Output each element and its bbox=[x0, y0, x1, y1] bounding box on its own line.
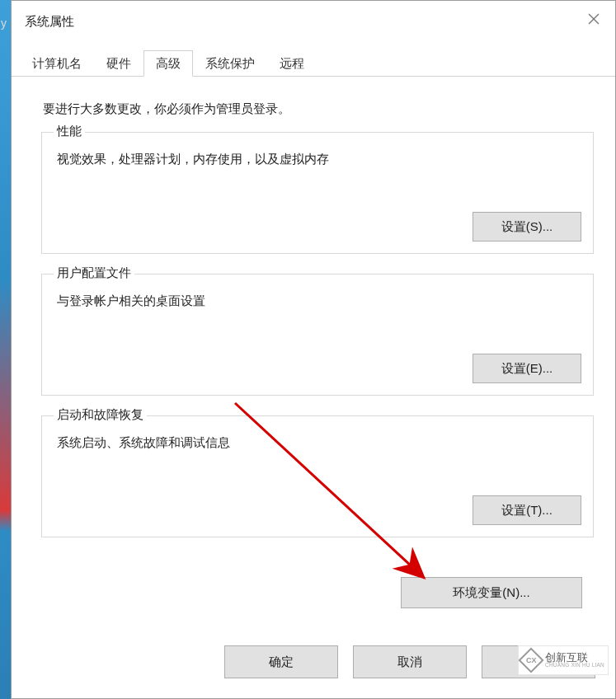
user-profiles-settings-button[interactable]: 设置(E)... bbox=[473, 354, 581, 383]
group-user-profiles: 用户配置文件 与登录帐户相关的桌面设置 设置(E)... bbox=[41, 274, 594, 396]
tab-content-advanced: 要进行大多数更改，你必须作为管理员登录。 性能 视觉效果，处理器计划，内存使用，… bbox=[12, 77, 615, 608]
tab-remote[interactable]: 远程 bbox=[267, 50, 317, 76]
startup-recovery-settings-button[interactable]: 设置(T)... bbox=[473, 495, 581, 525]
titlebar: 系统属性 bbox=[12, 1, 615, 44]
close-button[interactable] bbox=[579, 7, 609, 30]
tab-strip: 计算机名 硬件 高级 系统保护 远程 bbox=[12, 50, 615, 77]
watermark-icon: CX bbox=[519, 647, 544, 673]
group-user-profiles-title: 用户配置文件 bbox=[54, 265, 134, 281]
performance-settings-button[interactable]: 设置(S)... bbox=[473, 212, 581, 242]
cancel-button[interactable]: 取消 bbox=[353, 645, 467, 678]
desktop-edge: y bbox=[0, 0, 11, 699]
tab-system-protection[interactable]: 系统保护 bbox=[193, 50, 267, 76]
group-performance: 性能 视觉效果，处理器计划，内存使用，以及虚拟内存 设置(S)... bbox=[41, 132, 594, 254]
group-startup-recovery: 启动和故障恢复 系统启动、系统故障和调试信息 设置(T)... bbox=[41, 415, 594, 537]
background-window-fragment: y bbox=[1, 16, 7, 30]
watermark-logo: CX 创新互联 CHUANG XIN HU LIAN bbox=[518, 645, 609, 675]
ok-button[interactable]: 确定 bbox=[224, 645, 338, 678]
system-properties-dialog: 系统属性 计算机名 硬件 高级 系统保护 远程 要进行大多数更改，你必须作为管理… bbox=[11, 0, 616, 699]
group-user-profiles-desc: 与登录帐户相关的桌面设置 bbox=[54, 290, 581, 334]
close-icon bbox=[588, 13, 600, 25]
tab-computer-name[interactable]: 计算机名 bbox=[20, 50, 94, 76]
tab-hardware[interactable]: 硬件 bbox=[94, 50, 143, 76]
group-performance-title: 性能 bbox=[54, 124, 85, 139]
tab-advanced[interactable]: 高级 bbox=[143, 50, 193, 77]
watermark-en: CHUANG XIN HU LIAN bbox=[545, 663, 604, 669]
window-title: 系统属性 bbox=[25, 14, 74, 30]
group-startup-recovery-desc: 系统启动、系统故障和调试信息 bbox=[54, 432, 581, 476]
admin-note: 要进行大多数更改，你必须作为管理员登录。 bbox=[35, 88, 600, 132]
environment-variables-button[interactable]: 环境变量(N)... bbox=[401, 577, 582, 608]
group-startup-recovery-title: 启动和故障恢复 bbox=[54, 407, 147, 423]
group-performance-desc: 视觉效果，处理器计划，内存使用，以及虚拟内存 bbox=[54, 148, 581, 192]
